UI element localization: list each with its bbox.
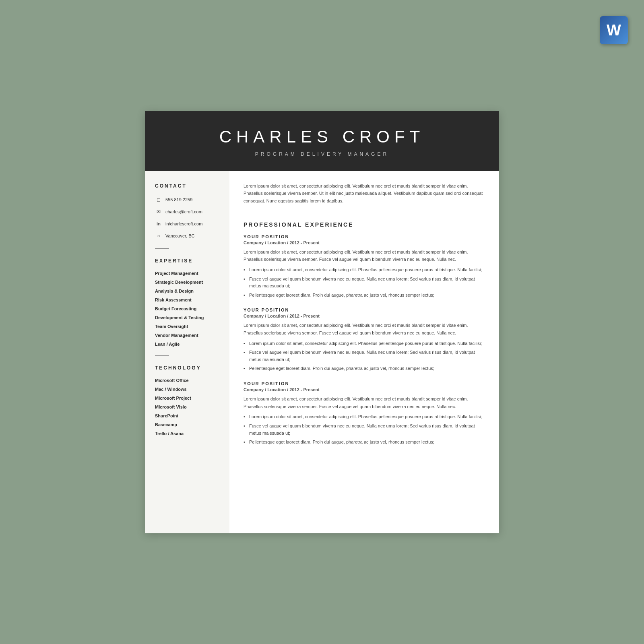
main-content: Lorem ipsum dolor sit amet, consectetur … <box>229 171 499 533</box>
job-2-title: YOUR POSITION <box>244 308 485 312</box>
phone-text: 555 819 2259 <box>165 197 192 202</box>
job-2-bullet-3: Pellentesque eget laoreet diam. Proin du… <box>244 365 485 372</box>
tech-2: Mac / Windows <box>155 387 219 392</box>
tech-3: Microsoft Project <box>155 396 219 400</box>
technology-section-title: TECHNOLOGY <box>155 365 219 371</box>
job-2-company: Company / Location / 2012 - Present <box>244 314 485 318</box>
word-icon: W <box>600 16 628 44</box>
skill-1: Project Management <box>155 271 219 276</box>
contact-section-title: CONTACT <box>155 183 219 189</box>
resume-container: CHARLES CROFT PROGRAM DELIVERY MANAGER C… <box>145 111 499 533</box>
job-3-title: YOUR POSITION <box>244 381 485 386</box>
tech-1: Microsoft Office <box>155 378 219 383</box>
job-2-bullet-2: Fusce vel augue vel quam bibendum viverr… <box>244 349 485 363</box>
job-1-bullet-3: Pellentesque eget laoreet diam. Proin du… <box>244 292 485 299</box>
location-icon: ○ <box>155 232 162 239</box>
job-3-company: Company / Location / 2012 - Present <box>244 387 485 392</box>
contact-email: ✉ charles@croft.com <box>155 208 219 215</box>
job-2-description: Lorem ipsum dolor sit amet, consectetur … <box>244 322 485 336</box>
skill-3: Analysis & Design <box>155 289 219 293</box>
job-1-bullet-2: Fusce vel augue vel quam bibendum viverr… <box>244 276 485 290</box>
job-3-bullet-2: Fusce vel augue vel quam bibendum viverr… <box>244 423 485 437</box>
word-icon-label: W <box>600 16 628 44</box>
job-1-title: YOUR POSITION <box>244 234 485 239</box>
job-3-bullet-3: Pellentesque eget laoreet diam. Proin du… <box>244 439 485 446</box>
skill-8: Vendor Management <box>155 333 219 338</box>
skill-9: Lean / Agile <box>155 342 219 347</box>
candidate-name: CHARLES CROFT <box>153 127 491 147</box>
skill-7: Team Oversight <box>155 324 219 329</box>
job-3-bullets: Lorem ipsum dolor sit amet, consectetur … <box>244 413 485 446</box>
contact-location: ○ Vancouver, BC <box>155 232 219 239</box>
summary-text: Lorem ipsum dolor sit amet, consectetur … <box>244 182 485 205</box>
phone-icon: ◻ <box>155 196 162 203</box>
skill-6: Development & Testing <box>155 315 219 320</box>
job-1-bullets: Lorem ipsum dolor sit amet, consectetur … <box>244 266 485 299</box>
skill-4: Risk Assessment <box>155 297 219 302</box>
tech-6: Basecamp <box>155 422 219 427</box>
tech-5: SharePoint <box>155 413 219 418</box>
contact-linkedin: in in/charlescroft.com <box>155 220 219 227</box>
job-2: YOUR POSITION Company / Location / 2012 … <box>244 308 485 372</box>
contact-phone: ◻ 555 819 2259 <box>155 196 219 203</box>
candidate-title: PROGRAM DELIVERY MANAGER <box>153 151 491 157</box>
skill-2: Strategic Development <box>155 280 219 285</box>
section-divider <box>244 214 485 214</box>
linkedin-icon: in <box>155 220 162 227</box>
resume-body: CONTACT ◻ 555 819 2259 ✉ charles@croft.c… <box>145 171 499 533</box>
job-2-bullets: Lorem ipsum dolor sit amet, consectetur … <box>244 340 485 372</box>
skill-5: Budget Forecasting <box>155 306 219 311</box>
divider-1 <box>155 248 169 249</box>
job-3: YOUR POSITION Company / Location / 2012 … <box>244 381 485 446</box>
job-3-description: Lorem ipsum dolor sit amet, consectetur … <box>244 395 485 410</box>
location-text: Vancouver, BC <box>165 233 195 238</box>
job-3-bullet-1: Lorem ipsum dolor sit amet, consectetur … <box>244 413 485 421</box>
expertise-section-title: EXPERTISE <box>155 258 219 264</box>
job-2-bullet-1: Lorem ipsum dolor sit amet, consectetur … <box>244 340 485 347</box>
email-text: charles@croft.com <box>165 209 202 214</box>
divider-2 <box>155 355 169 356</box>
job-1-company: Company / Location / 2012 - Present <box>244 240 485 245</box>
job-1-description: Lorem ipsum dolor sit amet, consectetur … <box>244 248 485 263</box>
email-icon: ✉ <box>155 208 162 215</box>
sidebar: CONTACT ◻ 555 819 2259 ✉ charles@croft.c… <box>145 171 229 533</box>
experience-section-title: PROFESSIONAL EXPERIENCE <box>244 221 485 228</box>
linkedin-text: in/charlescroft.com <box>165 221 202 226</box>
tech-7: Trello / Asana <box>155 431 219 436</box>
job-1: YOUR POSITION Company / Location / 2012 … <box>244 234 485 299</box>
job-1-bullet-1: Lorem ipsum dolor sit amet, consectetur … <box>244 266 485 274</box>
tech-4: Microsoft Visio <box>155 405 219 409</box>
resume-header: CHARLES CROFT PROGRAM DELIVERY MANAGER <box>145 111 499 171</box>
